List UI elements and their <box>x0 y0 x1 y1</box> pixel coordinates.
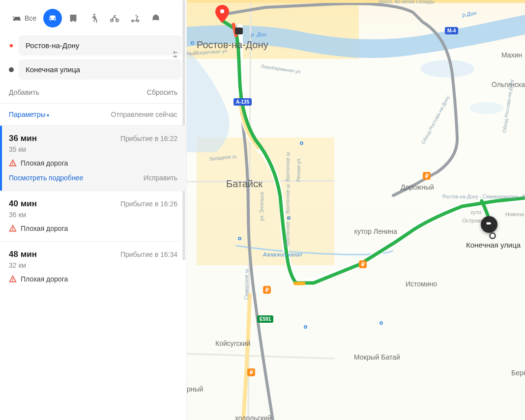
mode-taxi[interactable] <box>146 9 165 28</box>
toll-icon: ₽ <box>359 260 367 268</box>
transport-modes: Все <box>0 0 186 32</box>
taxi-icon <box>150 13 161 24</box>
poi-dot <box>191 41 194 45</box>
route-time: 36 мин <box>9 134 37 143</box>
swap-button[interactable] <box>168 47 182 62</box>
route-option-2[interactable]: 48 мин Прибытие в 16:34 32 км Плохая дор… <box>0 241 186 292</box>
route-fix-link[interactable]: Исправить <box>144 174 177 182</box>
mode-walk[interactable] <box>85 9 103 28</box>
start-dot-icon <box>9 43 14 48</box>
waypoint-actions: Добавить Сбросить <box>0 85 186 103</box>
warning-icon <box>9 275 17 283</box>
toll-icon: ₽ <box>263 286 271 294</box>
poi-dot <box>379 321 383 325</box>
route-warning: Плохая дорога <box>9 159 177 167</box>
waypoint-end-row <box>7 59 181 80</box>
parameters-link[interactable]: Параметры <box>9 111 49 118</box>
warning-text: Плохая дорога <box>21 275 68 283</box>
route-distance: 35 км <box>9 145 177 153</box>
svg-point-13 <box>220 9 224 13</box>
road-badge-a135: А-135 <box>233 98 252 106</box>
toll-icon: ₽ <box>247 368 255 376</box>
end-pin[interactable] <box>489 232 496 239</box>
mode-scooter[interactable] <box>126 9 145 28</box>
svg-rect-7 <box>12 227 13 229</box>
bike-icon <box>109 13 120 24</box>
route-time: 48 мин <box>9 250 37 259</box>
map-canvas[interactable]: А-135 М-4 Е591 ₽ ₽ ₽ ₽ Ростов-на-Дону Ба… <box>187 0 525 420</box>
walk-icon <box>88 13 99 24</box>
svg-point-3 <box>132 20 134 22</box>
route-time: 40 мин <box>9 199 37 209</box>
svg-point-4 <box>137 20 139 22</box>
pin-icon <box>215 5 229 23</box>
svg-rect-10 <box>12 280 13 281</box>
wetland <box>187 49 230 152</box>
poi-dot <box>238 237 241 240</box>
azov-canal <box>236 246 393 254</box>
route-details-link[interactable]: Посмотреть подробнее <box>9 174 83 182</box>
poi-dot <box>287 216 291 220</box>
waypoint-start-row <box>7 35 181 56</box>
end-dot-icon <box>9 67 14 72</box>
svg-rect-5 <box>12 162 13 164</box>
warning-icon <box>9 224 17 232</box>
svg-point-12 <box>469 102 504 114</box>
car-icon <box>47 13 58 24</box>
toll-icon: ₽ <box>423 172 431 180</box>
mode-all[interactable]: Все <box>7 9 41 28</box>
route-sidebar: Все <box>0 0 187 420</box>
end-input[interactable] <box>19 59 181 80</box>
svg-rect-6 <box>12 164 13 165</box>
start-input[interactable] <box>19 35 181 56</box>
mode-transit[interactable] <box>64 9 83 28</box>
start-pin[interactable] <box>215 5 229 23</box>
warning-icon <box>9 159 17 167</box>
route-option-0[interactable]: 36 мин Прибытие в 16:22 35 км Плохая дор… <box>0 125 186 191</box>
svg-point-11 <box>420 60 474 78</box>
svg-rect-8 <box>12 229 13 230</box>
route-warning: Плохая дорога <box>9 224 177 232</box>
warning-text: Плохая дорога <box>21 159 68 167</box>
bus-icon <box>68 13 79 24</box>
route-arrival: Прибытие в 16:22 <box>120 135 177 142</box>
add-waypoint-button[interactable]: Добавить <box>9 88 39 96</box>
map-svg <box>187 0 525 420</box>
app-root: Все <box>0 0 525 420</box>
warning-text: Плохая дорога <box>21 224 68 232</box>
destination-label: Конечная улица <box>466 241 521 249</box>
poi-dot <box>304 325 307 329</box>
mode-bike[interactable] <box>105 9 124 28</box>
route-distance: 36 км <box>9 211 177 219</box>
departure-time-button[interactable]: Отправление сейчас <box>111 111 177 118</box>
waypoints <box>0 32 186 85</box>
signpost-pin[interactable] <box>481 216 497 233</box>
swap-icon <box>170 50 180 59</box>
parameters-row: Параметры Отправление сейчас <box>0 103 186 125</box>
route-distance: 32 км <box>9 261 177 269</box>
mode-car[interactable] <box>43 9 62 28</box>
cars-icon <box>12 13 23 24</box>
route-arrival: Прибытие в 16:34 <box>120 251 177 258</box>
scooter-icon <box>130 13 141 24</box>
road-badge-m4: М-4 <box>445 27 458 34</box>
svg-rect-9 <box>12 278 13 280</box>
poi-dot <box>300 141 303 145</box>
place-icon <box>235 28 243 34</box>
route-option-1[interactable]: 40 мин Прибытие в 16:26 36 км Плохая дор… <box>0 191 186 241</box>
road-badge-e591: Е591 <box>257 315 273 323</box>
signpost-icon <box>485 220 494 229</box>
route-warning: Плохая дорога <box>9 275 177 283</box>
reset-button[interactable]: Сбросить <box>147 88 177 96</box>
svg-point-0 <box>93 14 95 16</box>
sidebar-scroll: Все <box>0 0 186 420</box>
route-arrival: Прибытие в 16:26 <box>120 200 177 208</box>
mode-all-label: Все <box>25 14 36 22</box>
